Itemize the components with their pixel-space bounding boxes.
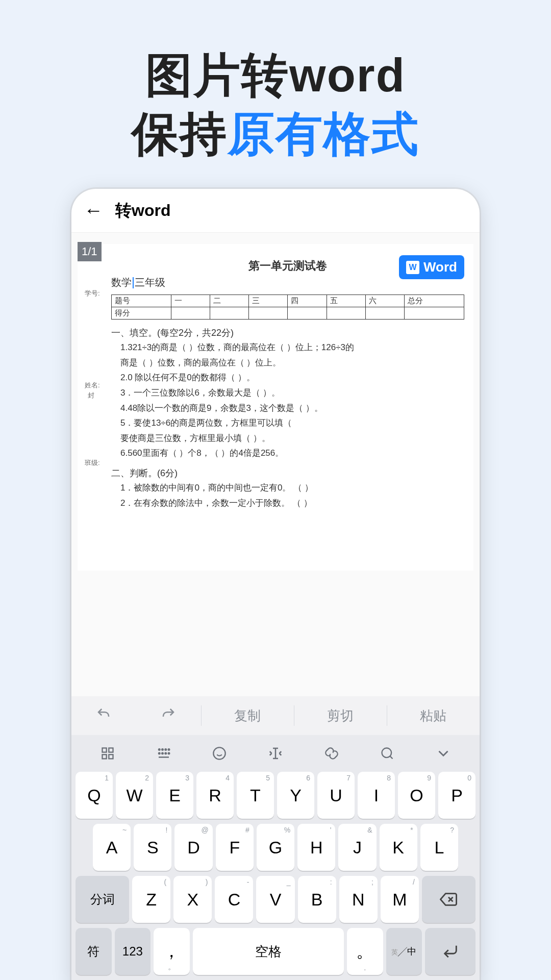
copy-button[interactable]: 复制 xyxy=(202,707,294,725)
key-b[interactable]: :B xyxy=(298,876,336,923)
svg-point-9 xyxy=(162,753,163,754)
score-table[interactable]: 题号 一 二 三 四 五 六 总分 得分 xyxy=(111,295,464,320)
app-bar-title: 转word xyxy=(115,200,170,222)
key-y[interactable]: 6Y xyxy=(277,772,314,819)
question-line[interactable]: 要使商是三位数，方框里最小填（ ）。 xyxy=(120,432,464,445)
key-d[interactable]: @D xyxy=(174,824,212,871)
svg-point-6 xyxy=(165,749,166,750)
key-v[interactable]: _V xyxy=(256,876,294,923)
key-s[interactable]: !S xyxy=(134,824,171,871)
headline-line-1: 图片转word xyxy=(0,46,551,105)
key-numbers[interactable]: 123 xyxy=(115,928,151,975)
key-backspace[interactable] xyxy=(422,876,475,923)
svg-point-16 xyxy=(382,748,392,758)
page-indicator: 1/1 xyxy=(78,242,102,261)
kb-apps-icon[interactable] xyxy=(80,746,136,761)
paste-button[interactable]: 粘贴 xyxy=(387,707,480,725)
document-viewport[interactable]: 1/1 W Word 学号: 姓名: 封 班级: 第一单元测试卷 数学 三年级 … xyxy=(71,233,480,696)
question-line[interactable]: 3．一个三位数除以6，余数最大是（ ）。 xyxy=(120,387,464,400)
section-heading[interactable]: 二、判断。(6分) xyxy=(111,467,464,479)
key-k[interactable]: *K xyxy=(380,824,417,871)
key-l[interactable]: ?L xyxy=(420,824,458,871)
key-period[interactable]: 。. xyxy=(347,928,383,975)
question-line[interactable]: 1．被除数的中间有0，商的中间也一定有0。 （ ） xyxy=(120,482,464,495)
svg-point-4 xyxy=(159,749,160,750)
key-z[interactable]: (Z xyxy=(132,876,170,923)
svg-rect-2 xyxy=(102,754,106,758)
key-e[interactable]: 3E xyxy=(156,772,193,819)
side-label-class: 班级: xyxy=(85,458,100,468)
svg-point-13 xyxy=(214,747,226,759)
key-w[interactable]: 2W xyxy=(116,772,153,819)
question-line[interactable]: 2．在有余数的除法中，余数一定小于除数。 （ ） xyxy=(120,497,464,510)
keyboard: 1Q2W3E4R5T6Y7U8I9O0P ~A!S@D#F%G'H&J*K?L … xyxy=(71,735,480,980)
app-bar: ← 转word xyxy=(71,189,480,233)
cut-button[interactable]: 剪切 xyxy=(294,707,387,725)
key-q[interactable]: 1Q xyxy=(76,772,113,819)
key-p[interactable]: 0P xyxy=(438,772,475,819)
question-line[interactable]: 商是（ ）位数，商的最高位在（ ）位上。 xyxy=(120,357,464,370)
svg-point-11 xyxy=(168,753,169,754)
svg-rect-0 xyxy=(102,748,106,752)
keyboard-row: 分词 (Z )X -C _V :B ;N /M xyxy=(76,876,475,923)
key-symbols[interactable]: 符 xyxy=(76,928,112,975)
key-j[interactable]: &J xyxy=(338,824,376,871)
kb-search-icon[interactable] xyxy=(360,746,416,761)
table-row: 得分 xyxy=(112,307,464,320)
key-f[interactable]: #F xyxy=(216,824,254,871)
svg-point-10 xyxy=(165,753,166,754)
key-g[interactable]: %G xyxy=(257,824,294,871)
key-language-toggle[interactable]: 英╱中 xyxy=(386,928,422,975)
document-page[interactable]: W Word 学号: 姓名: 封 班级: 第一单元测试卷 数学 三年级 题号 一 xyxy=(78,244,473,571)
kb-keyboard-icon[interactable] xyxy=(136,746,192,761)
question-line[interactable]: 2.0 除以任何不是0的数都得（ ）。 xyxy=(120,372,464,384)
keyboard-toolbar xyxy=(71,735,480,772)
key-n[interactable]: ;N xyxy=(339,876,378,923)
question-line[interactable]: 1.321÷3的商是（ ）位数，商的最高位在（ ）位上；126÷3的 xyxy=(120,341,464,354)
svg-rect-1 xyxy=(109,748,113,752)
phone-mockup: ← 转word 1/1 W Word 学号: 姓名: 封 班级: 第一单元测试卷… xyxy=(71,189,480,980)
keyboard-row: 符 123 ，。 空格 。. 英╱中 xyxy=(76,928,475,975)
table-row: 题号 一 二 三 四 五 六 总分 xyxy=(112,295,464,307)
kb-emoji-icon[interactable] xyxy=(191,746,247,761)
side-label-seal: 封 xyxy=(88,391,94,400)
svg-point-5 xyxy=(162,749,163,750)
marketing-headline: 图片转word 保持原有格式 xyxy=(0,0,551,163)
text-cursor xyxy=(133,277,134,288)
key-h[interactable]: 'H xyxy=(297,824,335,871)
side-label-student-id: 学号: xyxy=(85,289,100,298)
keyboard-row: 1Q2W3E4R5T6Y7U8I9O0P xyxy=(76,772,475,819)
back-icon[interactable]: ← xyxy=(84,200,103,222)
kb-cursor-icon[interactable] xyxy=(247,746,304,761)
kb-collapse-icon[interactable] xyxy=(415,745,471,762)
svg-point-8 xyxy=(159,753,160,754)
key-c[interactable]: -C xyxy=(215,876,253,923)
key-o[interactable]: 9O xyxy=(398,772,435,819)
key-i[interactable]: 8I xyxy=(358,772,395,819)
key-segment[interactable]: 分词 xyxy=(76,876,129,923)
key-enter[interactable] xyxy=(425,928,475,975)
key-t[interactable]: 5T xyxy=(237,772,274,819)
side-label-name: 姓名: xyxy=(85,381,100,390)
question-line[interactable]: 6.560里面有（ ）个8，（ ）的4倍是256。 xyxy=(120,447,464,460)
key-a[interactable]: ~A xyxy=(93,824,131,871)
section-heading[interactable]: 一、填空。(每空2分，共22分) xyxy=(111,327,464,339)
key-x[interactable]: )X xyxy=(173,876,212,923)
edit-toolbar: 复制 剪切 粘贴 xyxy=(71,696,480,735)
question-line[interactable]: 4.48除以一个数的商是9，余数是3，这个数是（ ）。 xyxy=(120,402,464,415)
key-comma[interactable]: ，。 xyxy=(154,928,190,975)
keyboard-row: ~A!S@D#F%G'H&J*K?L xyxy=(76,824,475,871)
kb-clipboard-icon[interactable] xyxy=(304,746,360,761)
key-r[interactable]: 4R xyxy=(196,772,234,819)
headline-line-2: 保持原有格式 xyxy=(0,105,551,163)
redo-button[interactable] xyxy=(136,706,201,725)
svg-point-7 xyxy=(168,749,169,750)
key-u[interactable]: 7U xyxy=(317,772,355,819)
key-space[interactable]: 空格 xyxy=(193,928,344,975)
svg-line-17 xyxy=(390,756,393,758)
word-icon: W xyxy=(406,261,419,274)
question-line[interactable]: 5．要使13÷6的商是两位数，方框里可以填（ xyxy=(120,417,464,430)
key-m[interactable]: /M xyxy=(381,876,419,923)
undo-button[interactable] xyxy=(71,706,136,725)
export-word-button[interactable]: W Word xyxy=(399,255,464,279)
